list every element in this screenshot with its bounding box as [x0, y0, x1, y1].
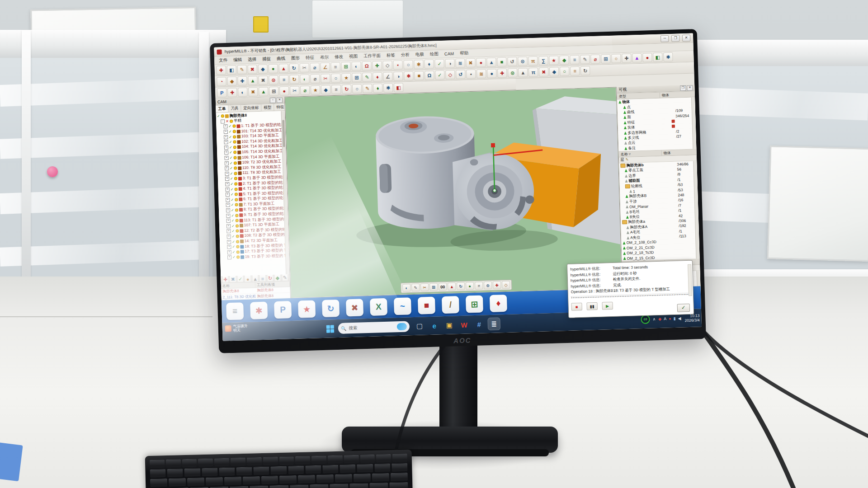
toolbar-icon-✎[interactable]: ✎	[580, 55, 590, 64]
toolbar-icon-✱[interactable]: ✱	[404, 71, 414, 81]
edge-icon[interactable]: e	[428, 319, 440, 332]
toolbar-icon-◐[interactable]: ◐	[238, 88, 248, 97]
toolbar-icon-✂[interactable]: ✂	[290, 86, 300, 95]
toolbar-icon-◇[interactable]: ◇	[502, 281, 510, 289]
toolbar-icon-✚[interactable]: ✚	[237, 76, 247, 86]
toolbar-icon-✎[interactable]: ✎	[362, 73, 372, 82]
toolbar-icon-π[interactable]: π	[528, 56, 538, 66]
toolbar-icon-✖[interactable]: ✖	[539, 67, 549, 77]
toolbar-icon-✚[interactable]: ✚	[497, 69, 507, 78]
toolbar-icon-↻[interactable]: ↻	[580, 66, 590, 75]
toolbar-icon-∠[interactable]: ∠	[320, 62, 330, 72]
toolbar-icon-◧[interactable]: ◧	[227, 65, 237, 75]
cam-tab-0[interactable]: 工单	[216, 105, 228, 113]
toolbar-icon-○[interactable]: ○	[352, 84, 362, 94]
toolbar-icon-●[interactable]: ●	[487, 69, 497, 78]
toolbar-icon-✂[interactable]: ✂	[420, 283, 429, 291]
weather-widget[interactable]: 气温骤升 明天	[225, 324, 248, 333]
cad-viewer-icon[interactable]: ~	[394, 297, 411, 315]
toolbar-icon-↺[interactable]: ↺	[507, 57, 517, 66]
wps-icon[interactable]: W	[458, 319, 470, 331]
star-app-icon[interactable]: ★	[298, 300, 316, 318]
toolbar-icon-00[interactable]: 00	[439, 283, 447, 291]
p-app-icon[interactable]: P	[274, 301, 292, 319]
toolbar-icon-⌀[interactable]: ⌀	[590, 55, 600, 64]
toolbar-icon-○[interactable]: ○	[331, 74, 341, 83]
toolbar-icon-♦[interactable]: ♦	[373, 72, 382, 82]
toolbar-icon-✚[interactable]: ✚	[372, 61, 382, 70]
toolbar-icon-✚[interactable]: ✚	[493, 281, 501, 289]
menu-item[interactable]: 视图	[349, 53, 358, 60]
volume-icon[interactable]: ◀	[678, 316, 681, 320]
toolbar-icon-✓[interactable]: ✓	[434, 59, 444, 69]
toolbar-icon-⊞[interactable]: ⊞	[341, 62, 351, 71]
toolbar-icon-◧[interactable]: ◧	[394, 83, 404, 92]
press-app-icon[interactable]: ■	[418, 297, 435, 314]
toolbar-icon-∑[interactable]: ∑	[538, 56, 548, 66]
toolbar-icon-⊞[interactable]: ⊞	[601, 54, 611, 64]
toolbar-icon-Ω[interactable]: Ω	[425, 70, 434, 80]
toolbar-icon-●[interactable]: ●	[476, 58, 486, 67]
toolbar-icon-★[interactable]: ★	[341, 73, 351, 83]
toolbar-icon-↻[interactable]: ↻	[289, 63, 299, 73]
cam-close-button[interactable]: ✕	[277, 97, 283, 103]
toolbar-icon-♦[interactable]: ♦	[424, 59, 434, 69]
toolbar-icon-⊙[interactable]: ⊙	[269, 75, 278, 85]
toolbar-icon-◐[interactable]: ◐	[300, 75, 310, 84]
robot-app-icon[interactable]: ♦	[490, 295, 507, 312]
ime-icon[interactable]: A	[664, 316, 666, 321]
menu-item[interactable]: 特征	[306, 55, 314, 61]
log-ok-button[interactable]: ✓	[677, 304, 690, 312]
cam-tab-1[interactable]: 刀具	[228, 105, 241, 112]
menu-item[interactable]: 文件	[219, 57, 227, 64]
toolbar-icon-▲[interactable]: ▲	[278, 64, 288, 73]
toolbar-icon-⊙[interactable]: ⊙	[508, 68, 518, 78]
file-explorer-icon[interactable]: ▣	[443, 319, 455, 331]
vis-pin-button[interactable]: ❐	[680, 85, 686, 90]
toolbar-icon-≡[interactable]: ≡	[330, 62, 340, 72]
toolbar-icon-π[interactable]: π	[528, 68, 538, 77]
toolbar-icon-▲[interactable]: ▲	[248, 76, 258, 85]
toolbar-icon-≡[interactable]: ≡	[331, 85, 341, 94]
toolbar-icon-✎[interactable]: ✎	[411, 284, 420, 292]
toolbar-icon-▲[interactable]: ▲	[259, 87, 269, 96]
toolbar-icon-○[interactable]: ○	[403, 60, 413, 70]
start-button[interactable]	[326, 325, 334, 333]
toolbar-icon-⊙[interactable]: ⊙	[518, 56, 528, 66]
toolbar-icon-✂[interactable]: ✂	[321, 74, 330, 83]
menu-item[interactable]: 绘图	[430, 51, 439, 57]
cam-tab-4[interactable]: 特征	[274, 103, 284, 111]
toolbar-icon-▲[interactable]: ▲	[632, 53, 642, 63]
toolbar-icon-◆[interactable]: ◆	[321, 85, 331, 94]
toolbar-icon-✖[interactable]: ✖	[248, 65, 258, 74]
app-tray-icon[interactable]: ▮	[673, 316, 675, 321]
toolbar-icon-↻[interactable]: ↻	[342, 84, 352, 94]
toolbar-icon-◧[interactable]: ◧	[653, 52, 663, 62]
toolbar-icon-◔[interactable]: ◔	[217, 77, 226, 86]
toolbar-icon-✚[interactable]: ✚	[217, 66, 226, 75]
menu-item[interactable]: 电极	[415, 52, 424, 58]
menu-item[interactable]: 工作平面	[363, 53, 381, 59]
edit-pencil-icon[interactable]: ✎	[625, 158, 628, 162]
toolbar-icon-∠[interactable]: ∠	[383, 72, 393, 81]
toolbar-icon-⌀[interactable]: ⌀	[310, 74, 320, 84]
cam-tab-3[interactable]: 模型	[261, 104, 274, 111]
toolbar-icon-▲[interactable]: ▲	[448, 282, 456, 291]
toolbar-icon-⊞[interactable]: ⊞	[352, 73, 362, 82]
excel-icon[interactable]: X	[370, 298, 387, 316]
menu-item[interactable]: 图形	[291, 55, 300, 61]
toolbar-icon-⊙[interactable]: ⊙	[484, 282, 492, 290]
search-box[interactable]: 🔍 搜索	[338, 321, 410, 334]
menu-item[interactable]: 修改	[335, 54, 343, 60]
toolbar-icon-●[interactable]: ●	[268, 64, 278, 74]
toolbar-icon-◐[interactable]: ◐	[351, 61, 361, 71]
hypermill-task-icon[interactable]: ≣	[488, 318, 500, 330]
tray-chevron-icon[interactable]: ∧	[653, 317, 656, 321]
menu-item[interactable]: 选择	[248, 56, 256, 63]
toolbar-icon-◑[interactable]: ◑	[393, 71, 403, 81]
pause-button[interactable]: ▮▮	[586, 302, 597, 310]
log-scrollbar[interactable]	[688, 264, 692, 296]
toolbar-icon-◇[interactable]: ◇	[382, 61, 392, 70]
toolbar-icon-↻[interactable]: ↻	[457, 282, 465, 291]
toolbar-icon-P[interactable]: P	[217, 88, 227, 98]
